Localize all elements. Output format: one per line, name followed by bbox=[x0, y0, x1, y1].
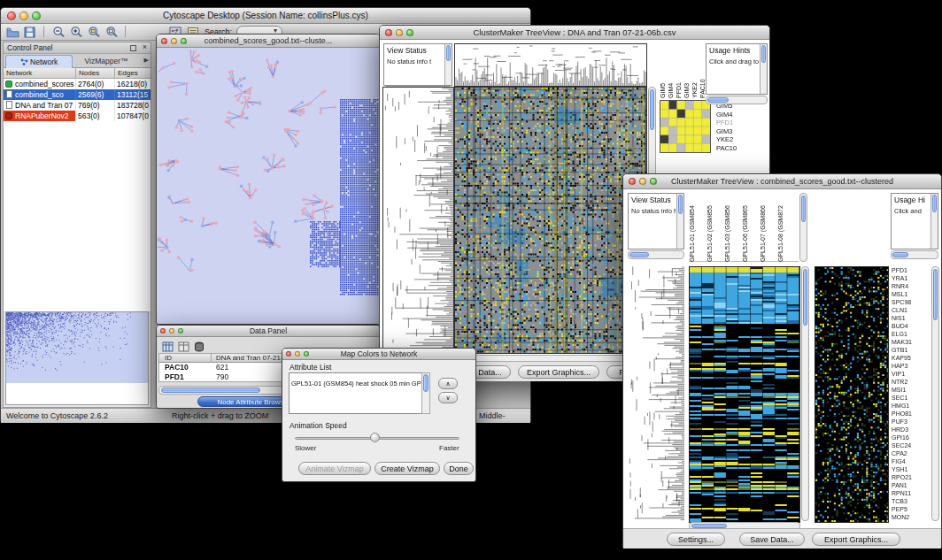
network-row[interactable]: DNA and Tran 07769(0)183728(0) bbox=[4, 100, 151, 111]
move-up-button[interactable]: ∧ bbox=[438, 378, 458, 389]
row-dendrogram-canvas[interactable] bbox=[383, 88, 453, 353]
usage-hints-vscrollbar[interactable] bbox=[760, 44, 767, 94]
scrollbar-thumb[interactable] bbox=[446, 45, 451, 61]
heatmap-canvas[interactable] bbox=[455, 88, 646, 353]
zoom-window-icon[interactable] bbox=[650, 178, 657, 185]
tab-overflow-icon[interactable]: ▶ bbox=[144, 57, 149, 64]
column-label[interactable]: GPL51-08 (GSM872 bbox=[777, 193, 795, 262]
gene-label[interactable]: HAP3 bbox=[892, 362, 930, 370]
gene-label[interactable]: CPA2 bbox=[892, 449, 930, 457]
gene-label[interactable]: MAK31 bbox=[892, 338, 930, 346]
zoom-heatmap-canvas[interactable] bbox=[815, 267, 888, 522]
attribute-list[interactable]: GPL51-01 (GSM854) heat shock 05 minGPL51… bbox=[289, 372, 430, 414]
tab-network[interactable]: Network bbox=[5, 55, 73, 68]
minimize-icon[interactable] bbox=[295, 351, 300, 357]
tab-vizmapper[interactable]: VizMapper™ bbox=[74, 55, 138, 68]
gene-label[interactable]: ELG1 bbox=[892, 330, 930, 338]
column-label[interactable]: GIM5 bbox=[660, 47, 668, 98]
treeview-dna-title-bar[interactable]: ClusterMaker TreeView : DNA and Tran 07-… bbox=[380, 26, 769, 40]
float-panel-icon[interactable] bbox=[130, 45, 136, 51]
move-down-button[interactable]: ∨ bbox=[438, 392, 458, 403]
column-label[interactable]: GPL51-06 (GSM865 bbox=[742, 193, 760, 262]
zoom-fit-icon[interactable] bbox=[105, 26, 120, 39]
network-view-canvas[interactable] bbox=[158, 48, 379, 324]
gene-label[interactable]: TCB3 bbox=[892, 497, 930, 505]
close-icon[interactable] bbox=[629, 178, 636, 185]
column-label[interactable]: YKE2 bbox=[691, 47, 699, 98]
close-panel-icon[interactable]: × bbox=[143, 42, 147, 51]
heatmap-vscrollbar[interactable] bbox=[801, 266, 809, 521]
column-label[interactable]: PFD1 bbox=[676, 47, 683, 98]
gene-label[interactable]: SEC1 bbox=[892, 394, 930, 402]
scrollbar-thumb[interactable] bbox=[650, 89, 654, 130]
save-session-icon[interactable] bbox=[24, 26, 39, 39]
scrollbar-thumb[interactable] bbox=[803, 269, 807, 326]
select-attributes-icon[interactable] bbox=[162, 340, 177, 353]
gene-label[interactable]: PHO81 bbox=[892, 410, 930, 418]
correlation-matrix-canvas[interactable] bbox=[660, 101, 710, 152]
zoom-window-icon[interactable] bbox=[304, 351, 309, 357]
gene-label[interactable]: VIP1 bbox=[892, 370, 930, 378]
treeview-combined-title-bar[interactable]: ClusterMaker TreeView : combined_scores_… bbox=[623, 174, 941, 189]
scrollbar-thumb[interactable] bbox=[161, 387, 260, 393]
gene-label[interactable]: PEP5 bbox=[892, 505, 930, 513]
zoom-window-icon[interactable] bbox=[406, 29, 413, 36]
matrix-row-label[interactable]: YKE2 bbox=[716, 135, 752, 144]
gene-label[interactable]: MSL1 bbox=[892, 290, 930, 298]
scrollbar-thumb[interactable] bbox=[761, 45, 766, 63]
col-header-nodes[interactable]: Nodes bbox=[76, 68, 115, 79]
usage-hints-vscrollbar[interactable] bbox=[930, 194, 938, 249]
gene-label[interactable]: MON2 bbox=[892, 513, 930, 521]
scrollbar-thumb[interactable] bbox=[678, 195, 683, 214]
export-graphics-button[interactable]: Export Graphics... bbox=[518, 365, 599, 379]
gene-label[interactable]: SEC24 bbox=[892, 441, 930, 449]
scrollbar-thumb[interactable] bbox=[933, 269, 938, 320]
close-icon[interactable] bbox=[160, 328, 166, 334]
row-dendrogram-canvas[interactable] bbox=[628, 266, 684, 521]
view-status-vscrollbar[interactable] bbox=[676, 194, 683, 249]
gene-label[interactable]: CLN1 bbox=[892, 306, 930, 314]
gene-list-vscrollbar[interactable] bbox=[931, 266, 939, 521]
column-labels-vscrollbar[interactable] bbox=[799, 193, 807, 262]
zoom-in-icon[interactable] bbox=[70, 26, 85, 39]
zoom-window-icon[interactable] bbox=[181, 38, 187, 44]
gene-label[interactable]: BUD4 bbox=[892, 322, 930, 330]
close-icon[interactable] bbox=[7, 12, 16, 20]
gene-label[interactable]: SPC98 bbox=[892, 298, 930, 306]
network-overview-canvas[interactable] bbox=[6, 312, 148, 404]
matrix-row-label[interactable]: GIM4 bbox=[716, 111, 752, 119]
close-icon[interactable] bbox=[161, 38, 167, 44]
settings-button[interactable]: Settings... bbox=[667, 533, 725, 546]
matrix-row-label[interactable]: PFD1 bbox=[716, 119, 752, 127]
gene-label[interactable]: FIG4 bbox=[892, 457, 930, 465]
matrix-row-label[interactable]: GIM3 bbox=[716, 127, 752, 136]
gene-label[interactable]: RPO21 bbox=[892, 473, 930, 481]
attribute-database-icon[interactable] bbox=[194, 340, 209, 353]
attribute-item[interactable]: GPL51-01 (GSM854) heat shock 05 min bbox=[290, 380, 410, 387]
view-status-hscrollbar[interactable] bbox=[628, 250, 684, 259]
network-row[interactable]: RNAPuberNov2563(0)107847(0) bbox=[4, 111, 151, 121]
scrollbar-thumb[interactable] bbox=[932, 195, 937, 212]
zoom-window-icon[interactable] bbox=[178, 328, 183, 334]
scrollbar-thumb[interactable] bbox=[707, 97, 729, 103]
column-label[interactable]: GIM4 bbox=[668, 47, 676, 98]
zoom-window-icon[interactable] bbox=[32, 12, 41, 20]
minimize-icon[interactable] bbox=[171, 38, 177, 44]
close-icon[interactable] bbox=[385, 29, 392, 36]
minimize-icon[interactable] bbox=[169, 328, 174, 334]
create-attribute-icon[interactable] bbox=[178, 340, 193, 353]
network-row-selected[interactable]: combined_sco2569(6)13112(15) bbox=[4, 89, 151, 100]
network-window-title-bar[interactable]: combined_scores_good.txt--cluste... bbox=[157, 35, 380, 48]
gene-label[interactable]: NTR2 bbox=[892, 378, 930, 386]
zoom-out-icon[interactable] bbox=[52, 26, 67, 39]
heatmap-canvas[interactable] bbox=[690, 267, 799, 522]
column-label[interactable]: GPL51-07 (GSM866 bbox=[760, 193, 777, 262]
column-label[interactable]: GIM3 bbox=[683, 47, 691, 98]
view-status-vscrollbar[interactable] bbox=[444, 44, 452, 85]
done-button[interactable]: Done bbox=[444, 462, 474, 475]
column-label[interactable]: GPL51-01 (GSM854 bbox=[689, 193, 706, 262]
data-panel-title-bar[interactable]: Data Panel bbox=[157, 326, 380, 337]
gene-label[interactable]: NIS1 bbox=[892, 314, 930, 322]
usage-hints-hscrollbar[interactable] bbox=[891, 250, 938, 259]
export-graphics-button[interactable]: Export Graphics... bbox=[812, 533, 900, 546]
